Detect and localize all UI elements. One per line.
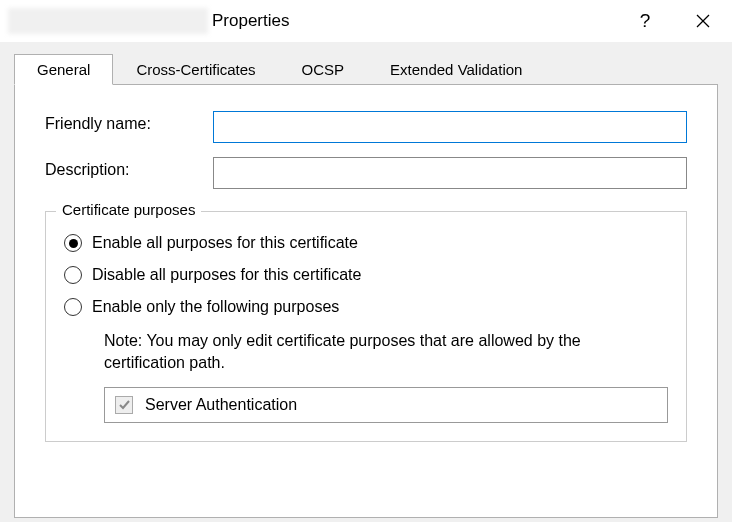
tab-ocsp[interactable]: OCSP xyxy=(279,54,368,84)
tab-extended-validation[interactable]: Extended Validation xyxy=(367,54,545,84)
radio-enable-all-label: Enable all purposes for this certificate xyxy=(92,234,358,252)
radio-disable-all[interactable]: Disable all purposes for this certificat… xyxy=(64,266,668,284)
radio-icon xyxy=(64,298,82,316)
description-row: Description: xyxy=(45,157,687,189)
titlebar: Properties ? xyxy=(0,0,732,42)
certificate-purposes-group: Certificate purposes Enable all purposes… xyxy=(45,211,687,442)
certificate-purposes-legend: Certificate purposes xyxy=(56,201,201,218)
help-button[interactable]: ? xyxy=(616,0,674,42)
radio-enable-all[interactable]: Enable all purposes for this certificate xyxy=(64,234,668,252)
dialog-body: General Cross-Certificates OCSP Extended… xyxy=(0,42,732,522)
friendly-name-input[interactable] xyxy=(213,111,687,143)
tab-strip: General Cross-Certificates OCSP Extended… xyxy=(14,54,718,84)
friendly-name-row: Friendly name: xyxy=(45,111,687,143)
close-icon xyxy=(696,14,710,28)
general-panel: Friendly name: Description: Certificate … xyxy=(14,84,718,518)
tab-general[interactable]: General xyxy=(14,54,113,85)
friendly-name-label: Friendly name: xyxy=(45,111,213,133)
radio-disable-all-label: Disable all purposes for this certificat… xyxy=(92,266,361,284)
radio-icon xyxy=(64,266,82,284)
titlebar-redacted xyxy=(8,8,208,34)
radio-icon xyxy=(64,234,82,252)
close-button[interactable] xyxy=(674,0,732,42)
purpose-list: Server Authentication xyxy=(104,387,668,423)
description-input[interactable] xyxy=(213,157,687,189)
description-label: Description: xyxy=(45,157,213,179)
tab-cross-certificates[interactable]: Cross-Certificates xyxy=(113,54,278,84)
purposes-note: Note: You may only edit certificate purp… xyxy=(104,330,660,375)
checkbox-icon xyxy=(115,396,133,414)
radio-enable-only-label: Enable only the following purposes xyxy=(92,298,339,316)
purpose-item[interactable]: Server Authentication xyxy=(115,396,657,414)
purpose-label: Server Authentication xyxy=(145,396,297,414)
window-title: Properties xyxy=(212,11,289,31)
radio-enable-only[interactable]: Enable only the following purposes xyxy=(64,298,668,316)
